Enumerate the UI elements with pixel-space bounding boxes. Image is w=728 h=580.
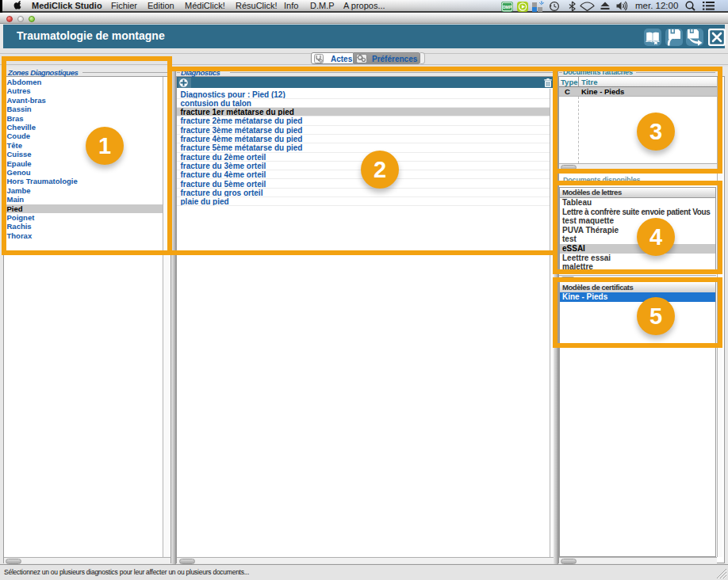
svg-text:DMP: DMP — [503, 4, 512, 9]
